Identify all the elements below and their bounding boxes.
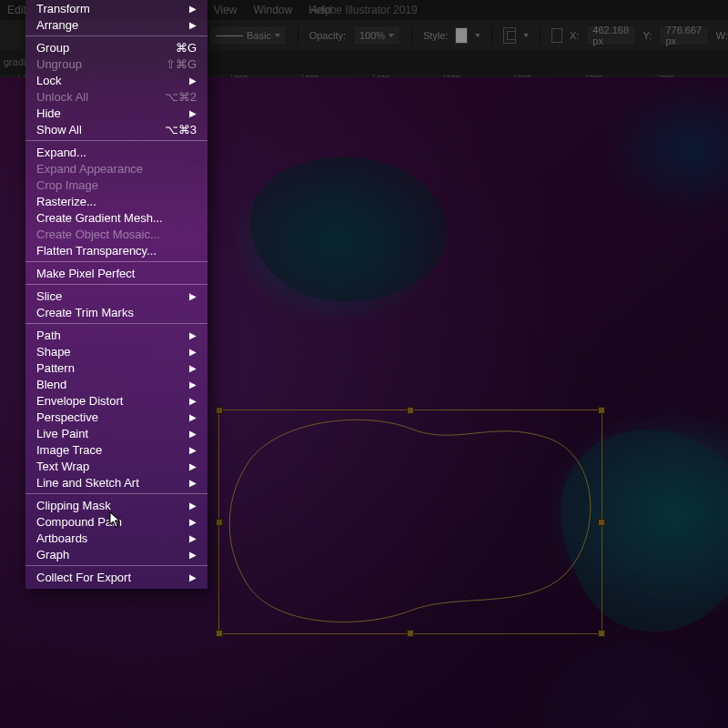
menu-item-label: Graph — [36, 548, 69, 561]
menu-item[interactable]: Line and Sketch Art▶ — [25, 474, 207, 490]
opacity-field[interactable]: 100% — [353, 25, 400, 46]
stroke-preset[interactable]: Basic — [209, 25, 287, 46]
menu-item[interactable]: Flatten Transparency... — [25, 242, 207, 258]
menu-item-label: Perspective — [36, 410, 98, 424]
menu-item-shortcut: ⌥⌘3 — [165, 123, 197, 136]
menu-separator — [25, 493, 207, 494]
menu-item[interactable]: Envelope Distort▶ — [25, 392, 207, 409]
menu-item[interactable]: Artboards▶ — [25, 530, 207, 546]
chevron-right-icon: ▶ — [189, 4, 197, 14]
menubar-item-window[interactable]: Window — [253, 4, 292, 16]
menu-item[interactable]: Transform▶ — [25, 0, 207, 16]
menu-item[interactable]: Compound Path▶ — [25, 513, 207, 530]
menu-item[interactable]: Lock▶ — [25, 72, 207, 88]
menu-item[interactable]: Text Wrap▶ — [25, 458, 207, 474]
menu-item-label: Create Object Mosaic... — [36, 228, 160, 241]
menu-item-label: Lock — [36, 74, 61, 87]
chevron-right-icon: ▶ — [189, 517, 197, 527]
menu-separator — [25, 323, 207, 324]
menu-item-label: Live Paint — [36, 427, 88, 440]
menu-item: Crop Image — [25, 177, 207, 193]
object-menu: Transform▶Arrange▶Group⌘GUngroup⇧⌘GLock▶… — [25, 0, 207, 589]
menu-item[interactable]: Perspective▶ — [25, 409, 207, 425]
chevron-right-icon: ▶ — [189, 445, 197, 455]
menu-item-label: Envelope Distort — [36, 394, 123, 408]
menu-item-label: Clipping Mask — [36, 499, 111, 512]
chevron-right-icon: ▶ — [189, 363, 197, 373]
style-swatch[interactable] — [455, 27, 468, 44]
menu-separator — [25, 565, 207, 566]
menu-item[interactable]: Slice▶ — [25, 288, 207, 304]
menu-item: Ungroup⇧⌘G — [25, 56, 207, 72]
menubar-item-help[interactable]: Help — [308, 4, 331, 16]
chevron-down-icon — [475, 34, 480, 37]
x-label: X: — [570, 30, 579, 41]
chevron-right-icon: ▶ — [189, 500, 197, 511]
chevron-right-icon: ▶ — [189, 533, 197, 543]
chevron-right-icon: ▶ — [189, 478, 197, 488]
align-icon[interactable] — [503, 27, 516, 44]
menu-item[interactable]: Create Gradient Mesh... — [25, 209, 207, 226]
selection-bounds[interactable] — [218, 410, 602, 634]
menu-item[interactable]: Group⌘G — [25, 39, 207, 56]
menu-item: Unlock All⌥⌘2 — [25, 88, 207, 105]
menu-item[interactable]: Hide▶ — [25, 105, 207, 121]
menu-item-label: Create Gradient Mesh... — [36, 211, 163, 225]
y-label: Y: — [643, 30, 652, 41]
menu-item-label: Line and Sketch Art — [36, 476, 139, 490]
menubar-item-edit[interactable]: Edit — [7, 4, 26, 16]
menu-item[interactable]: Make Pixel Perfect — [25, 265, 207, 281]
menu-item[interactable]: Shape▶ — [25, 343, 207, 359]
chevron-right-icon: ▶ — [189, 20, 197, 30]
menu-item[interactable]: Image Trace▶ — [25, 441, 207, 458]
transform-icon[interactable] — [551, 28, 562, 43]
chevron-right-icon: ▶ — [189, 291, 197, 301]
menu-item-label: Text Wrap — [36, 460, 89, 473]
style-label: Style: — [423, 30, 449, 41]
menu-item[interactable]: Pattern▶ — [25, 359, 207, 376]
menu-item-shortcut: ⌥⌘2 — [165, 90, 197, 104]
chevron-right-icon: ▶ — [189, 379, 197, 389]
chevron-right-icon: ▶ — [189, 412, 197, 422]
menu-item-label: Transform — [36, 2, 90, 15]
menu-item[interactable]: Live Paint▶ — [25, 425, 207, 441]
menu-item-label: Collect For Export — [36, 571, 131, 584]
menu-item-label: Crop Image — [36, 178, 98, 192]
menu-item-label: Expand... — [36, 146, 86, 159]
menu-item-label: Compound Path — [36, 515, 122, 529]
menu-item[interactable]: Show All⌥⌘3 — [25, 121, 207, 137]
menu-item-label: Image Trace — [36, 443, 102, 457]
menu-item-label: Shape — [36, 345, 71, 359]
menu-item-label: Show All — [36, 123, 82, 136]
menu-item-label: Expand Appearance — [36, 162, 143, 176]
menu-item-label: Artboards — [36, 531, 87, 545]
menu-item[interactable]: Collect For Export▶ — [25, 569, 207, 585]
chevron-down-icon — [389, 34, 394, 37]
selected-path — [219, 410, 602, 633]
menu-item-shortcut: ⇧⌘G — [166, 57, 197, 71]
chevron-right-icon: ▶ — [189, 461, 197, 471]
menu-item[interactable]: Blend▶ — [25, 376, 207, 392]
chevron-right-icon: ▶ — [189, 347, 197, 357]
menu-item[interactable]: Graph▶ — [25, 546, 207, 562]
y-field[interactable]: 776.667 px — [659, 25, 708, 46]
chevron-right-icon: ▶ — [189, 572, 197, 582]
x-field[interactable]: 462.168 px — [586, 25, 635, 46]
menu-item[interactable]: Arrange▶ — [25, 16, 207, 33]
menu-item-label: Arrange — [36, 18, 78, 32]
chevron-right-icon: ▶ — [189, 330, 197, 340]
menu-item[interactable]: Rasterize... — [25, 193, 207, 209]
chevron-right-icon: ▶ — [189, 76, 197, 86]
menu-separator — [25, 35, 207, 36]
w-label: W: — [716, 30, 728, 41]
menu-item-label: Path — [36, 329, 61, 342]
menu-item[interactable]: Path▶ — [25, 327, 207, 343]
chevron-right-icon: ▶ — [189, 550, 197, 560]
menu-item-label: Hide — [36, 106, 61, 120]
menubar-item-view[interactable]: View — [214, 4, 238, 16]
menu-item[interactable]: Create Trim Marks — [25, 304, 207, 320]
menu-item[interactable]: Expand... — [25, 144, 207, 160]
menu-separator — [25, 140, 207, 141]
chevron-right-icon: ▶ — [189, 396, 197, 406]
menu-item[interactable]: Clipping Mask▶ — [25, 497, 207, 513]
